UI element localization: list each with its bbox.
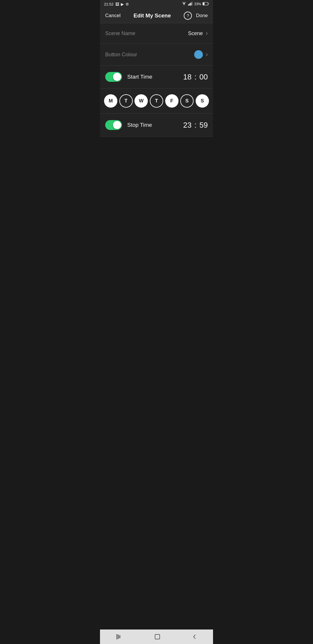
start-time-separator: :	[194, 73, 196, 82]
day-monday[interactable]: M	[104, 94, 117, 108]
image-icon: 🖼	[115, 2, 119, 6]
button-colour-row[interactable]: Button Colour ›	[100, 44, 213, 66]
day-sunday[interactable]: S	[196, 94, 209, 108]
cancel-button[interactable]: Cancel	[105, 13, 121, 19]
play-icon: ▶	[121, 2, 124, 6]
stop-time-hour: 23	[183, 121, 192, 130]
svg-rect-1	[189, 3, 190, 6]
stop-time-minute: 59	[199, 121, 208, 130]
button-colour-label: Button Colour	[105, 52, 137, 58]
stop-time-separator: :	[194, 121, 196, 130]
svg-rect-5	[203, 3, 205, 5]
svg-rect-3	[192, 2, 192, 6]
nav-right-group: ? Done	[184, 12, 208, 20]
scene-name-label: Scene Name	[105, 30, 135, 37]
day-wednesday[interactable]: W	[134, 94, 148, 108]
scene-name-row[interactable]: Scene Name Scene ›	[100, 23, 213, 44]
system-icon: ⚙	[125, 2, 129, 6]
signal-icon	[188, 2, 193, 6]
battery-percent: 33%	[194, 2, 201, 6]
stop-time-label: Stop Time	[127, 122, 178, 128]
status-left: 21:52 🖼 ▶ ⚙	[104, 2, 129, 6]
status-bar: 21:52 🖼 ▶ ⚙ 33%	[100, 0, 213, 8]
scene-name-value-group: Scene ›	[188, 30, 208, 37]
empty-content-area	[100, 137, 213, 238]
start-time-hour: 18	[183, 73, 192, 82]
question-mark-icon: ?	[187, 13, 189, 18]
nav-bar: Cancel Edit My Scene ? Done	[100, 8, 213, 23]
stop-time-display[interactable]: 23 : 59	[183, 121, 208, 130]
button-colour-value-group: ›	[194, 50, 208, 59]
start-time-toggle[interactable]	[105, 72, 122, 82]
day-saturday[interactable]: S	[180, 94, 194, 108]
button-colour-chevron-icon: ›	[206, 51, 208, 58]
scene-name-value: Scene	[188, 30, 203, 37]
start-time-label: Start Time	[127, 74, 178, 80]
day-thursday[interactable]: T	[150, 94, 163, 108]
colour-dot	[194, 50, 203, 59]
page-title: Edit My Scene	[134, 12, 171, 19]
stop-time-row: Stop Time 23 : 59	[100, 114, 213, 137]
start-time-toggle-thumb	[113, 73, 121, 81]
status-time: 21:52	[104, 2, 114, 6]
day-tuesday[interactable]: T	[119, 94, 133, 108]
status-right: 33%	[181, 2, 209, 6]
wifi-icon	[181, 2, 187, 6]
stop-time-toggle-thumb	[113, 121, 121, 129]
days-row: M T W T F S S	[100, 88, 213, 114]
help-button[interactable]: ?	[184, 12, 192, 20]
svg-rect-0	[188, 4, 189, 6]
start-time-display[interactable]: 18 : 00	[183, 73, 208, 82]
scene-name-chevron-icon: ›	[206, 30, 208, 37]
done-button[interactable]: Done	[196, 13, 208, 19]
day-friday[interactable]: F	[165, 94, 179, 108]
stop-time-toggle[interactable]	[105, 120, 122, 130]
svg-rect-2	[190, 3, 191, 6]
battery-icon	[203, 2, 209, 6]
start-time-minute: 00	[199, 73, 208, 82]
start-time-row: Start Time 18 : 00	[100, 66, 213, 88]
